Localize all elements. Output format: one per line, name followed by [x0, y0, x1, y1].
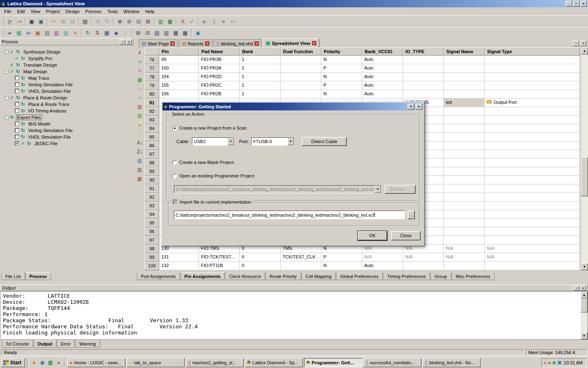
- cell-sig[interactable]: [444, 210, 485, 219]
- package-view-icon[interactable]: ▧: [52, 28, 61, 37]
- find-text-icon[interactable]: A: [178, 17, 187, 26]
- place-route-icon[interactable]: ◆: [111, 28, 121, 37]
- cell-stype[interactable]: [485, 56, 580, 64]
- row-header[interactable]: 78: [145, 73, 159, 81]
- task-successful-comilatio[interactable]: ▯successful_comilatio...: [363, 358, 421, 367]
- process-panel-header[interactable]: Process ▫×: [0, 38, 134, 45]
- task-home-logic-eewi[interactable]: ●Home - LOGIC - eewi...: [67, 358, 125, 367]
- sheet-tab-misc-preferences[interactable]: Misc Preferences: [452, 272, 494, 280]
- cell-dual[interactable]: [281, 56, 321, 64]
- output-panel-header[interactable]: Output ▫×: [0, 285, 588, 291]
- sheet-tab-global-preferences[interactable]: Global Preferences: [336, 272, 383, 280]
- column-header-io-type[interactable]: IO_TYPE: [403, 47, 444, 56]
- task-blinking-led-vhd-no[interactable]: ▯blinking_led.vhd - No...: [423, 358, 481, 367]
- row-header[interactable]: 91: [145, 184, 159, 193]
- synthesize-icon[interactable]: ↻: [83, 28, 93, 37]
- column-header-signal-name[interactable]: Signal Name: [444, 47, 485, 56]
- output-tab-error[interactable]: Error: [57, 340, 75, 348]
- menu-view[interactable]: View: [28, 8, 43, 15]
- drive-level-icon[interactable]: ↕: [136, 130, 143, 137]
- vertical-scrollbar[interactable]: ▲ ▼: [581, 47, 588, 270]
- help-center-icon[interactable]: ●: [548, 360, 551, 365]
- cell-pol[interactable]: N: [321, 90, 362, 99]
- chevron-down-icon[interactable]: ▼: [227, 138, 234, 145]
- task-machxo2-getting-st[interactable]: ▯machxo2_getting_st...: [186, 358, 244, 367]
- cell-sig[interactable]: N/A: [444, 245, 485, 253]
- merge-cells-icon[interactable]: ▦: [171, 28, 180, 37]
- cell-stype[interactable]: [485, 227, 580, 236]
- row-header[interactable]: 86: [145, 141, 159, 150]
- cell-dual[interactable]: [281, 90, 321, 99]
- row-header[interactable]: 84: [145, 124, 159, 133]
- cell-pin[interactable]: 99: [159, 56, 199, 64]
- cell-pin[interactable]: 100: [159, 64, 199, 73]
- close-tab-icon[interactable]: ×: [254, 41, 259, 46]
- cell-stype[interactable]: [485, 202, 580, 210]
- cell-sig[interactable]: [444, 141, 485, 150]
- collapse-icon[interactable]: −: [5, 70, 9, 74]
- cell-io[interactable]: [403, 56, 444, 64]
- cell-pin[interactable]: 106: [159, 90, 199, 99]
- zoom-out-icon[interactable]: ⊖: [125, 17, 134, 26]
- cell-vccio[interactable]: N/A: [362, 253, 403, 262]
- collapse-icon[interactable]: −: [5, 116, 9, 119]
- port-combo[interactable]: FTUSB-0 ▼: [251, 137, 294, 146]
- cell-pad[interactable]: FIO:PR3A: [199, 64, 240, 73]
- cell-vccio[interactable]: Auto: [362, 81, 403, 90]
- start-button[interactable]: Start: [1, 358, 25, 367]
- column-header-bank-vccio[interactable]: Bank_VCCIO: [362, 47, 403, 56]
- scroll-down-icon[interactable]: ▼: [581, 263, 588, 270]
- cell-sig[interactable]: [444, 116, 485, 124]
- show-desktop-icon[interactable]: ▦: [47, 359, 54, 366]
- column-header-signal-type[interactable]: Signal Type: [485, 47, 580, 56]
- row-header[interactable]: 98: [145, 245, 159, 253]
- cell-dual[interactable]: [281, 64, 321, 73]
- row-header[interactable]: 82: [145, 107, 159, 116]
- cable-combo[interactable]: USB2 ▼: [192, 137, 234, 146]
- insert-row-icon[interactable]: ⊞: [134, 28, 143, 37]
- tab-reports[interactable]: ▥Reports×: [179, 39, 212, 47]
- cell-stype[interactable]: [485, 159, 580, 167]
- cell-stype[interactable]: [485, 236, 580, 245]
- cell-pol[interactable]: N: [321, 56, 362, 64]
- columns-icon[interactable]: ▥: [136, 166, 143, 173]
- ok-button[interactable]: OK: [358, 231, 387, 240]
- row-header[interactable]: 96: [145, 227, 159, 236]
- output-tab-warning[interactable]: Warning: [75, 340, 100, 348]
- process-item-jedec-file[interactable]: ✓↻JEDEC File: [0, 140, 134, 147]
- power-calc-icon[interactable]: ∿: [71, 28, 80, 37]
- sheet-tab-timing-preferences[interactable]: Timing Preferences: [383, 272, 430, 280]
- cell-stype[interactable]: [485, 64, 580, 73]
- row-header[interactable]: 88: [145, 159, 159, 167]
- collapse-icon[interactable]: −: [5, 50, 9, 54]
- cell-pol[interactable]: P: [321, 253, 362, 262]
- radio-new-blank-project[interactable]: [172, 160, 177, 165]
- dock-panel-icon[interactable]: ▫: [120, 39, 125, 45]
- swap-signal-icon[interactable]: ⇅: [136, 67, 143, 74]
- process-checkbox[interactable]: [15, 82, 20, 87]
- task-lattice-diamond-sp[interactable]: Lattice Diamond - Sp...: [245, 358, 303, 367]
- cell-sig[interactable]: [444, 64, 485, 73]
- report-icon[interactable]: ▥: [156, 17, 165, 26]
- menu-design[interactable]: Design: [63, 8, 82, 15]
- tab-file-list[interactable]: File List: [1, 272, 25, 280]
- io-port-icon[interactable]: ⇄: [24, 28, 33, 37]
- column-header-pad-name[interactable]: Pad Name: [199, 47, 240, 56]
- close-panel-icon[interactable]: ×: [126, 39, 132, 45]
- close-output-icon[interactable]: ×: [580, 285, 586, 291]
- process-checkbox[interactable]: [15, 128, 20, 133]
- cell-io[interactable]: [403, 262, 444, 270]
- cell-stype[interactable]: [485, 193, 580, 202]
- scroll-up-icon[interactable]: ▲: [581, 47, 588, 54]
- cell-io[interactable]: [403, 64, 444, 73]
- row-header[interactable]: 83: [145, 116, 159, 124]
- cell-io[interactable]: [403, 81, 444, 90]
- cell-sig[interactable]: [444, 159, 485, 167]
- process-checkbox[interactable]: [15, 141, 20, 146]
- design-check-icon[interactable]: ✓: [187, 17, 197, 26]
- cell-sig[interactable]: [444, 107, 485, 116]
- cell-stype[interactable]: [485, 262, 580, 270]
- column-header-polarity[interactable]: Polarity: [321, 47, 362, 56]
- cell-bank[interactable]: 0: [240, 262, 281, 270]
- process-item-translate-design[interactable]: ✓↻Translate Design: [0, 62, 134, 68]
